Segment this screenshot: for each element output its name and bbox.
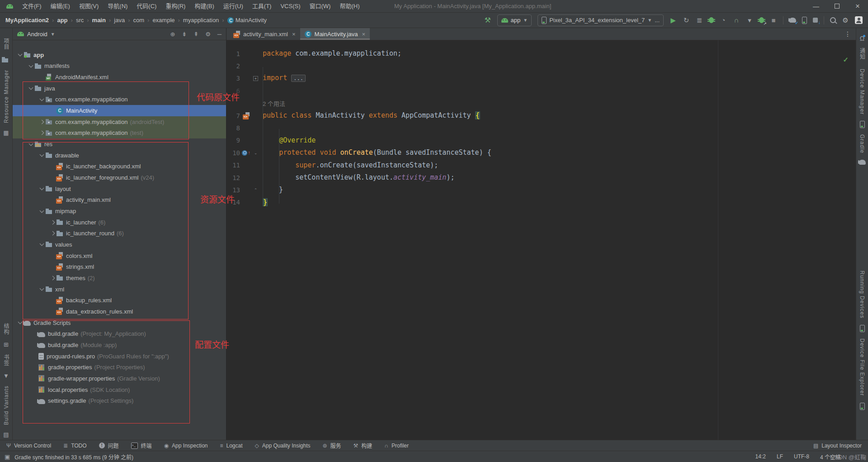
tree-item-values[interactable]: values: [13, 239, 226, 250]
tree-item-ic-launcher-round[interactable]: ic_launcher_round(6): [13, 228, 226, 239]
tree-item-data-extraction-rules-xml[interactable]: data_extraction_rules.xml: [13, 306, 226, 317]
tree-arrow-icon[interactable]: [38, 210, 45, 212]
menu-item[interactable]: 帮助(H): [335, 0, 364, 13]
tool-window-toggle-icon[interactable]: ▣: [5, 453, 10, 460]
tool-window-button[interactable]: 结构: [2, 323, 10, 335]
sdk-manager-icon[interactable]: [813, 18, 818, 23]
tree-arrow-icon[interactable]: [49, 276, 56, 280]
layout-file-icon[interactable]: [243, 112, 250, 119]
status-widget[interactable]: UTF-8: [794, 453, 809, 460]
tool-window-button-layout-inspector[interactable]: ▤Layout Inspector: [813, 443, 862, 449]
menu-item[interactable]: 代码(C): [132, 0, 161, 13]
maximize-button[interactable]: [826, 0, 847, 13]
profiler-dropdown-icon[interactable]: ▾: [746, 16, 753, 24]
tab-close-icon[interactable]: ×: [292, 31, 296, 38]
tool-window-button-app-quality-insights[interactable]: ◇App Quality Insights: [255, 443, 311, 449]
tree-arrow-icon[interactable]: [38, 188, 45, 190]
profiler-icon[interactable]: ∩: [733, 16, 740, 24]
tree-item-build-gradle[interactable]: build.gradle(Module :app): [13, 339, 226, 351]
tool-window-button-logcat[interactable]: ≡Logcat: [220, 443, 243, 449]
tree-item-layout[interactable]: layout: [13, 183, 226, 195]
tree-item-gradle-properties[interactable]: gradle.properties(Project Properties): [13, 362, 226, 373]
tree-item-res[interactable]: res: [13, 138, 226, 150]
tree-item-themes[interactable]: themes(2): [13, 272, 226, 284]
attach-debugger-icon[interactable]: [759, 17, 764, 23]
tree-item-build-gradle[interactable]: build.gradle(Project: My_Application): [13, 328, 226, 339]
profile-avatar[interactable]: [855, 16, 863, 24]
menu-item[interactable]: 导航(N): [103, 0, 132, 13]
breadcrumb-item[interactable]: myapplication: [183, 17, 219, 24]
tree-arrow-icon[interactable]: [38, 131, 45, 134]
tree-item-manifests[interactable]: manifests: [13, 61, 226, 72]
override-method-icon[interactable]: [242, 150, 247, 156]
tool-window-button--[interactable]: ⊚服务: [323, 442, 341, 449]
tool-window-button--[interactable]: ⚒构建: [354, 442, 373, 449]
tree-item-com-example-myapplication[interactable]: com.example.myapplication: [13, 94, 226, 105]
apply-changes-icon[interactable]: ≣: [696, 16, 703, 24]
tree-arrow-icon[interactable]: [16, 54, 24, 56]
tool-window-button[interactable]: Build Variants: [3, 386, 9, 425]
tool-window-button[interactable]: Device File Explorer: [859, 338, 865, 396]
rerun-icon[interactable]: ↻: [683, 16, 690, 24]
tree-arrow-icon[interactable]: [38, 99, 45, 100]
gradle-sync-icon[interactable]: [789, 18, 796, 23]
fold-expand-icon[interactable]: +: [253, 76, 258, 81]
tree-arrow-icon[interactable]: [38, 243, 45, 245]
editor-tab-activity-main-xml[interactable]: activity_main.xml×: [229, 28, 300, 40]
tree-arrow-icon[interactable]: [38, 288, 45, 290]
tree-item-local-properties[interactable]: local.properties(SDK Location): [13, 384, 226, 395]
editor-tab-mainactivity-java[interactable]: MainActivity.java×: [300, 28, 370, 40]
menu-item[interactable]: VCS(S): [276, 0, 305, 13]
tool-window-button[interactable]: 项目: [2, 38, 10, 50]
tree-item-mipmap[interactable]: mipmap: [13, 205, 226, 217]
breadcrumb-item[interactable]: main: [92, 17, 106, 24]
profile-icon[interactable]: ◔: [720, 16, 727, 24]
debug-icon[interactable]: [709, 17, 714, 23]
status-widget[interactable]: 14:2: [755, 453, 766, 460]
expand-all-icon[interactable]: ⇟: [182, 31, 187, 38]
tool-window-button[interactable]: Device Manager: [859, 69, 865, 114]
breadcrumb-item[interactable]: example: [152, 17, 175, 24]
menu-item[interactable]: 编辑(E): [46, 0, 75, 13]
minimize-button[interactable]: —: [806, 0, 826, 13]
build-hammer-icon[interactable]: ⚒: [484, 16, 491, 24]
tree-item-settings-gradle[interactable]: settings.gradle(Project Settings): [13, 395, 226, 406]
project-view-selector[interactable]: Android: [27, 31, 47, 38]
status-widget[interactable]: LF: [777, 453, 783, 460]
tree-item-proguard-rules-pro[interactable]: proguard-rules.pro(ProGuard Rules for ":…: [13, 351, 226, 362]
run-config-dropdown[interactable]: app ▼: [497, 14, 532, 26]
tool-window-button[interactable]: 通知: [859, 48, 866, 60]
stop-icon[interactable]: ■: [770, 16, 777, 24]
more-tabs-icon[interactable]: ⋮: [844, 28, 851, 40]
breadcrumb-item[interactable]: MainActivity: [227, 17, 267, 24]
tool-window-button-version-control[interactable]: ΨVersion Control: [6, 443, 51, 449]
fold-marker[interactable]: +: [252, 76, 259, 81]
tool-window-button-todo[interactable]: ≣TODO: [63, 443, 87, 449]
tree-arrow-icon[interactable]: [38, 120, 45, 124]
tool-window-button[interactable]: 书签: [2, 354, 10, 366]
fold-marker[interactable]: ⌃: [252, 188, 259, 192]
tree-item-ic-launcher-background-xml[interactable]: ic_launcher_background.xml: [13, 161, 226, 172]
tool-window-button-app-inspection[interactable]: ◉App Inspection: [164, 443, 208, 449]
fold-marker[interactable]: ⌄: [252, 151, 259, 155]
hide-panel-icon[interactable]: ─: [217, 31, 222, 38]
tree-item-xml[interactable]: xml: [13, 284, 226, 295]
breadcrumb-item[interactable]: com: [133, 17, 144, 24]
tree-arrow-icon[interactable]: [49, 221, 56, 224]
tree-item-colors-xml[interactable]: colors.xml: [13, 250, 226, 262]
chevron-down-icon[interactable]: ▼: [51, 32, 55, 37]
code-editor[interactable]: 1package com.example.myapplication;23+im…: [226, 40, 856, 440]
tab-close-icon[interactable]: ×: [362, 31, 365, 38]
tree-arrow-icon[interactable]: [38, 154, 45, 156]
tool-window-button[interactable]: Gradle: [859, 134, 865, 153]
device-dropdown[interactable]: Pixel_3a_API_34_extension_level_7 ▼ ...: [538, 14, 664, 26]
search-everywhere-icon[interactable]: [830, 17, 836, 23]
tree-item-ic-launcher-foreground-xml[interactable]: ic_launcher_foreground.xml(v24): [13, 172, 226, 183]
run-icon[interactable]: ▶: [670, 16, 677, 24]
tree-item-gradle-wrapper-properties[interactable]: gradle-wrapper.properties(Gradle Version…: [13, 373, 226, 384]
settings-icon[interactable]: ⚙: [842, 16, 849, 24]
tree-item-strings-xml[interactable]: strings.xml: [13, 261, 226, 272]
close-button[interactable]: ×: [847, 0, 868, 13]
tool-window-button--[interactable]: 终端: [131, 442, 152, 449]
tree-item-java[interactable]: java: [13, 83, 226, 94]
